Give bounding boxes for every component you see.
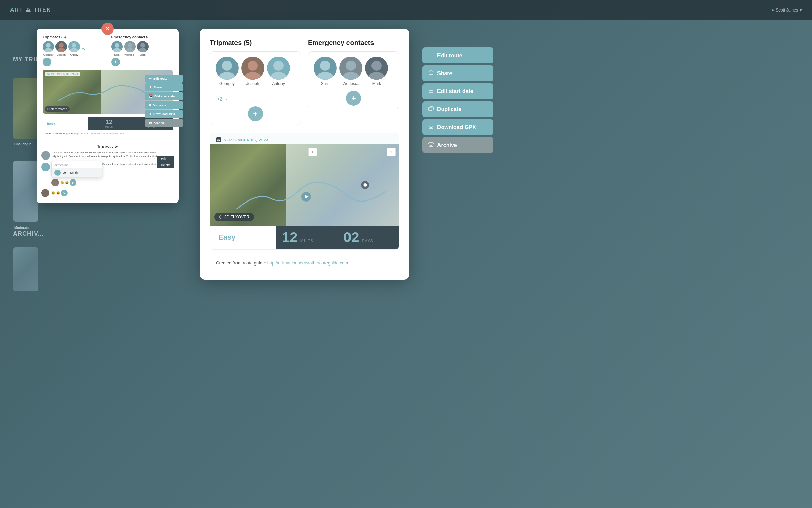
bg-card-challenging	[13, 78, 38, 139]
emergency-title-large: Emergency contacts	[308, 39, 399, 47]
flyover-label-sm: 3D FLYOVER	[51, 108, 67, 111]
flyover-badge-large[interactable]: ⬡ 3D FLYOVER	[214, 213, 254, 221]
svg-rect-30	[429, 56, 433, 56]
context-menu-delete[interactable]: Delete	[157, 162, 174, 168]
tripmate-joseph-lg: Joseph	[241, 57, 264, 86]
avatar-name-mark-sm: Mark	[140, 53, 146, 56]
svg-point-0	[46, 43, 51, 48]
edit-route-btn-sm[interactable]: ✏ Edit route	[145, 75, 183, 83]
edit-route-btn-lg[interactable]: Edit route	[422, 47, 493, 63]
map-date-small: SEPTEMBER 03, 2023	[45, 72, 80, 76]
svg-point-17	[244, 72, 261, 80]
trip-panel-right: Tripmates (5) Georgey	[200, 29, 409, 280]
route-guide-prefix-lg: Created from route guide:	[216, 260, 266, 266]
download-gpx-btn-sm[interactable]: ⬇ Download GPX	[145, 110, 183, 118]
close-modal-button[interactable]: ×	[102, 23, 114, 35]
tripmate-antony: Antony	[68, 41, 80, 56]
days-label-large: DAYS	[362, 239, 373, 243]
edit-start-date-btn-sm[interactable]: 📅 Edit start date	[145, 92, 183, 100]
svg-point-21	[317, 72, 334, 80]
svg-rect-31	[429, 55, 433, 55]
svg-point-8	[128, 43, 132, 48]
tripmates-section-large: Tripmates (5) Georgey	[210, 39, 301, 125]
edit-date-icon-lg	[428, 88, 434, 94]
avatar-name-sam-sm: Sam	[114, 53, 119, 56]
context-menu-edit[interactable]: Edit	[157, 156, 174, 162]
more-count-lg: +2	[217, 96, 222, 102]
route-guide-small: Created from route guide: http://urlthat…	[43, 130, 173, 136]
action-buttons-small-panel: ✏ Edit route ⬆ Share 📅 Edit start date ⧉…	[145, 75, 183, 128]
svg-point-18	[273, 61, 284, 71]
edit-start-date-btn-lg[interactable]: Edit start date	[422, 83, 493, 99]
emoji-icon-2[interactable]: 😄	[65, 181, 69, 184]
svg-point-22	[346, 61, 356, 71]
route-guide-link-lg[interactable]: http://urlthatconnectstotherouteguide.co…	[267, 260, 348, 266]
avatar-name-joseph-lg: Joseph	[246, 81, 260, 86]
download-gpx-btn-lg[interactable]: Download GPX	[422, 119, 493, 135]
archive-btn-lg[interactable]: Archive	[422, 137, 493, 153]
emoji-icon-1[interactable]: 😊	[60, 181, 64, 184]
map-badge-2-container: 1	[308, 148, 317, 156]
route-guide-link-sm[interactable]: http://urlthatconnectstotherouteguide.co…	[74, 132, 124, 135]
tripmate-antony-lg: Antony	[267, 57, 290, 86]
duplicate-btn-sm[interactable]: ⧉ Duplicate	[145, 101, 183, 109]
svg-point-29	[363, 183, 367, 187]
tripmates-title-large: Tripmates (5)	[210, 39, 301, 47]
flyover-badge-small[interactable]: ⬡ 3D FLYOVER	[45, 106, 70, 112]
comment-avatar-1	[41, 151, 50, 160]
bg-card-moderate	[13, 161, 38, 222]
map-canvas-large: 1 1 ⬡ 3D FLYOVER	[210, 144, 399, 226]
context-menu-1: Edit Delete	[157, 156, 174, 168]
avatar-antony-sm	[68, 41, 80, 52]
emergency-title-small: Emergency contacts	[111, 35, 173, 39]
bg-card-challenging-label: Challengin...	[14, 142, 34, 146]
stats-row-large: Easy 12 MILES 02 DAYS	[210, 226, 399, 249]
mention-user-avatar	[54, 170, 61, 176]
svg-point-5	[70, 48, 78, 52]
edit-route-icon-lg	[428, 52, 434, 59]
download-icon-sm: ⬇	[149, 112, 152, 116]
duplicate-btn-lg[interactable]: Duplicate	[422, 101, 493, 117]
emoji-icon-4[interactable]: 😄	[56, 191, 60, 195]
more-badge-lg: +2 →	[217, 96, 228, 102]
svg-point-14	[222, 61, 232, 71]
emoji-icon-3[interactable]: 😊	[51, 191, 55, 195]
archive-icon-sm: 🗂	[149, 121, 152, 125]
comment-item-1: This is an example comment left by the s…	[41, 151, 174, 160]
svg-point-15	[219, 72, 235, 80]
map-date-large: 📅 SEPTEMBER 03, 2023	[210, 133, 399, 144]
mention-option-john[interactable]: John Smith	[52, 168, 102, 177]
tripmates-avatars-small: Georgey Joseph Antony +2	[43, 41, 104, 56]
emergency-sam: Sam	[111, 41, 123, 56]
more-badge-sm: +2	[82, 47, 85, 50]
avatar-name-antony-lg: Antony	[272, 81, 285, 86]
logo-accent: ⛰ TREK	[25, 7, 51, 13]
reply-row: 😊 😄 ➤	[51, 179, 174, 186]
reply-send-button[interactable]: ➤	[70, 179, 76, 186]
svg-point-25	[368, 72, 385, 80]
add-emergency-btn-sm[interactable]: +	[111, 58, 120, 66]
avatar-mark-sm	[137, 41, 149, 52]
avatar-name-mark-lg: Mark	[372, 81, 381, 86]
bg-archive-card	[13, 247, 38, 291]
add-tripmate-btn-sm[interactable]: +	[43, 58, 51, 66]
add-tripmate-btn-lg[interactable]: +	[248, 106, 263, 121]
emergency-mark-lg: Mark	[365, 57, 388, 86]
archive-btn-sm[interactable]: 🗂 Archive	[145, 119, 183, 127]
nav-dropdown-icon: ▾	[800, 8, 802, 13]
share-btn-lg[interactable]: Share	[422, 65, 493, 81]
reply-avatar	[51, 179, 59, 186]
route-guide-prefix-sm: Created from route guide:	[43, 132, 73, 135]
contacts-divider-sm	[108, 35, 108, 66]
avatar-antony-lg	[267, 57, 290, 80]
share-btn-sm[interactable]: ⬆ Share	[145, 83, 183, 91]
archive-icon-lg	[428, 142, 434, 148]
user-name-nav: Scott James	[776, 8, 798, 13]
reply-send-btn-3[interactable]: ➤	[61, 190, 68, 196]
svg-point-2	[59, 43, 64, 48]
svg-point-6	[115, 43, 119, 48]
add-emergency-btn-lg[interactable]: +	[346, 91, 361, 106]
mention-input[interactable]	[52, 162, 102, 168]
contacts-row-large: Tripmates (5) Georgey	[210, 39, 399, 125]
contacts-row-small: Tripmates (5) Georgey Joseph	[43, 35, 173, 66]
